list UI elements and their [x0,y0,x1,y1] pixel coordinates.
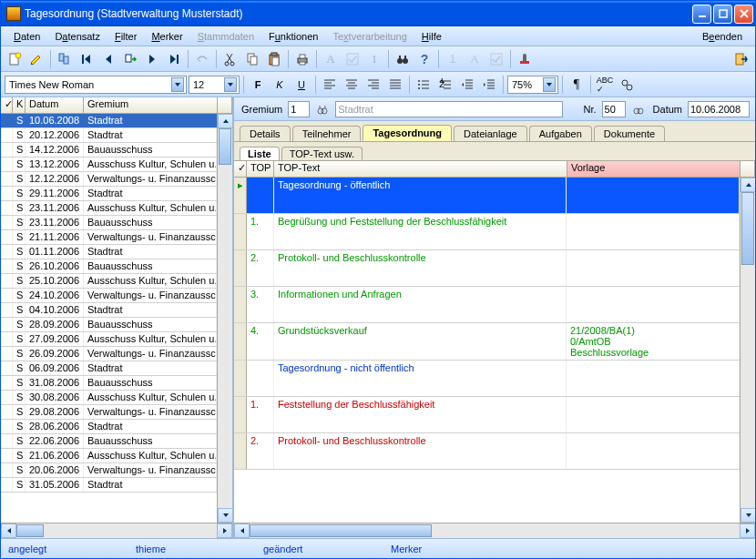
right-hscroll[interactable] [234,523,755,538]
goto-record-button[interactable] [120,49,140,69]
menu-beenden[interactable]: Beenden [695,29,750,44]
col-check[interactable]: ✓ [1,97,13,113]
col-datum[interactable]: Datum [26,97,84,113]
exit-toolbar-button[interactable] [731,49,751,69]
align-left-button[interactable] [320,75,340,95]
bullet-list-button[interactable] [414,75,434,95]
spellcheck-button[interactable]: ABC✓ [595,75,615,95]
menu-daten[interactable]: Daten [6,29,47,44]
table-row[interactable]: 1.Begrüßung und Feststellung der Beschlu… [234,214,740,250]
tab-dokumente[interactable]: Dokumente [594,126,665,141]
gremium-id-field[interactable] [288,101,310,117]
lookup-nr-button[interactable] [629,100,648,118]
lookup-gremium-button[interactable] [313,100,332,118]
edit-button[interactable] [26,49,46,69]
help-button[interactable]: ? [414,49,434,69]
table-row[interactable]: S14.12.2006Bauausschuss [1,143,217,158]
table-row[interactable]: S28.06.2006Stadtrat [1,420,217,434]
table-row[interactable]: S21.06.2006Ausschuss Kultur, Schulen u. [1,449,217,463]
cut-button[interactable] [220,49,240,69]
align-center-button[interactable] [342,75,362,95]
right-grid-body[interactable]: Tagesordnung - öffentlich1.Begrüßung und… [234,178,740,523]
col-gremium[interactable]: Gremium [84,97,218,113]
table-row[interactable]: S20.06.2006Verwaltungs- u. Finanzaussch [1,463,217,478]
table-row[interactable]: 1.Feststellung der Beschlussfähigkeit [234,397,740,433]
last-record-button[interactable] [164,49,184,69]
first-record-button[interactable] [77,49,97,69]
font-size-combo[interactable]: 12 [189,76,240,94]
col-k[interactable]: K [13,97,26,113]
binoculars-button[interactable] [393,49,413,69]
table-row[interactable]: S31.05.2006Stadtrat [1,478,217,493]
copy-button[interactable] [242,49,262,69]
table-row[interactable]: S30.08.2006Ausschuss Kultur, Schulen u. [1,391,217,405]
table-row[interactable]: 3.Informationen und Anfragen [234,287,740,323]
align-right-button[interactable] [363,75,383,95]
table-row[interactable]: S25.10.2006Ausschuss Kultur, Schulen u. [1,274,217,289]
italic-button[interactable]: K [270,75,290,95]
tab-tagesordnung[interactable]: Tagesordnung [363,125,452,141]
menu-filter[interactable]: Filter [107,29,144,44]
outdent-button[interactable] [457,75,477,95]
table-row[interactable]: S28.09.2006Bauausschuss [1,318,217,332]
bold-button[interactable]: F [248,75,268,95]
stamp-button[interactable] [515,49,535,69]
font-a-button[interactable]: A [321,49,341,69]
table-row[interactable]: S13.12.2006Ausschuss Kultur, Schulen u. [1,158,217,172]
rcol-top[interactable]: TOP [247,161,274,178]
left-grid-body[interactable]: S10.06.2008StadtratS20.12.2006StadtratS1… [1,114,217,523]
next-record-button[interactable] [142,49,162,69]
nr-field[interactable] [602,101,626,117]
left-hscroll[interactable] [1,523,232,538]
rcol-vorlage[interactable]: Vorlage [567,161,741,178]
table-row[interactable]: S01.11.2006Stadtrat [1,245,217,259]
indent-button[interactable] [479,75,499,95]
numbered-list-button[interactable]: 12 [435,75,455,95]
table-row[interactable]: S29.11.2006Stadtrat [1,187,217,201]
table-row[interactable]: S20.12.2006Stadtrat [1,128,217,143]
align-justify-button[interactable] [385,75,405,95]
pilcrow-button[interactable]: ¶ [567,75,587,95]
menu-funktionen[interactable]: Funktionen [261,29,325,44]
undo-button[interactable] [192,49,212,69]
table-row[interactable]: S23.11.2006Bauausschuss [1,216,217,230]
table-row[interactable]: Tagesordnung - öffentlich [234,178,740,214]
paste-button[interactable] [264,49,284,69]
table-row[interactable]: S10.06.2008Stadtrat [1,114,217,128]
prev-record-button[interactable] [98,49,118,69]
table-row[interactable]: S04.10.2006Stadtrat [1,303,217,318]
underline-button[interactable]: U [291,75,312,95]
menu-datensatz[interactable]: Datensatz [47,29,107,44]
tab-teilnehmer[interactable]: Teilnehmer [292,126,362,141]
num1-button[interactable]: 1 [443,49,463,69]
new-button[interactable] [5,49,25,69]
innertab-toptext[interactable]: TOP-Text usw. [281,147,363,160]
print-button[interactable] [292,49,312,69]
table-row[interactable]: S06.09.2006Stadtrat [1,361,217,376]
tab-aufgaben[interactable]: Aufgaben [529,126,592,141]
font-a2-button[interactable]: A [465,49,485,69]
table-row[interactable]: 2.Protokoll- und Beschlusskontrolle [234,250,740,287]
table-row[interactable]: S23.11.2006Ausschuss Kultur, Schulen u. [1,201,217,216]
maximize-button[interactable] [713,5,732,24]
table-row[interactable]: S22.06.2006Bauausschuss [1,434,217,449]
menu-merker[interactable]: Merker [144,29,189,44]
table-row[interactable]: Tagesordnung - nicht öffentlich [234,361,740,397]
table-row[interactable]: 2.Protokoll- und Beschlusskontrolle [234,433,740,470]
copy-structure-button[interactable] [55,49,75,69]
datum-field[interactable] [688,101,750,117]
tab-details[interactable]: Details [240,126,291,141]
minimize-button[interactable] [692,5,711,24]
table-row[interactable]: 4.Grundstücksverkauf21/2008/BA(1)0/AmtOB… [234,323,740,361]
innertab-liste[interactable]: Liste [240,147,280,160]
table-row[interactable]: S24.10.2006Verwaltungs- u. Finanzaussch [1,289,217,303]
table-row[interactable]: S21.11.2006Verwaltungs- u. Finanzaussch [1,230,217,245]
font-name-combo[interactable]: Times New Roman [5,76,187,94]
menu-hilfe[interactable]: Hilfe [414,29,449,44]
table-row[interactable]: S12.12.2006Verwaltungs- u. Finanzaussch [1,172,217,187]
rcol-check[interactable]: ✓ [234,161,247,178]
font-1-button[interactable]: 1 [364,49,384,69]
table-row[interactable]: S31.08.2006Bauausschuss [1,376,217,391]
zoom-combo[interactable]: 75% [507,76,558,94]
table-row[interactable]: S26.09.2006Verwaltungs- u. Finanzaussch [1,347,217,361]
